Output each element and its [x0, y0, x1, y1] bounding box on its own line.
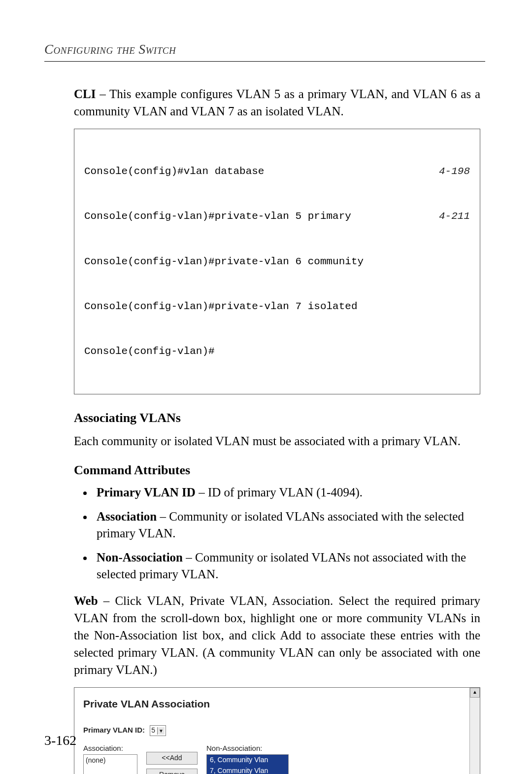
cli-line: Console(config-vlan)#private-vlan 5 prim…: [84, 209, 470, 224]
primary-vlan-value: 5: [151, 726, 155, 734]
list-item: Primary VLAN ID – ID of primary VLAN (1-…: [94, 484, 480, 501]
listbox-option-selected[interactable]: 6, Community Vlan: [207, 755, 288, 766]
non-association-label: Non-Association:: [206, 743, 289, 753]
cli-cmd: Console(config)#vlan database: [84, 164, 264, 179]
web-text: – Click VLAN, Private VLAN, Association.…: [74, 594, 480, 676]
web-label: Web: [74, 594, 98, 607]
header-rule: [44, 61, 485, 62]
list-item: Non-Association – Community or isolated …: [94, 549, 480, 583]
cli-page-ref: 4-198: [439, 164, 470, 179]
page-number: 3-162: [44, 733, 76, 748]
cli-cmd: Console(config-vlan)#private-vlan 5 prim…: [84, 209, 351, 224]
non-association-listbox[interactable]: 6, Community Vlan 7, Community Vlan: [206, 754, 289, 774]
remove-button[interactable]: Remove: [146, 769, 198, 774]
figure-frame: Private VLAN Association Primary VLAN ID…: [74, 687, 480, 774]
association-listbox-value: (none): [86, 756, 105, 764]
section-heading-attributes: Command Attributes: [74, 461, 480, 479]
association-listbox[interactable]: (none): [83, 754, 137, 774]
attr-name: Non-Association: [97, 551, 183, 564]
attr-desc: – ID of primary VLAN (1-4094).: [196, 486, 363, 499]
section-paragraph: Each community or isolated VLAN must be …: [74, 432, 480, 450]
cli-line: Console(config)#vlan database4-198: [84, 164, 470, 179]
cli-label: CLI: [74, 87, 96, 101]
cli-intro-text: – This example configures VLAN 5 as a pr…: [74, 87, 480, 118]
attribute-list: Primary VLAN ID – ID of primary VLAN (1-…: [74, 484, 480, 583]
cli-page-ref: 4-211: [439, 209, 470, 224]
add-button[interactable]: <<Add: [146, 752, 198, 765]
cli-cmd: Console(config-vlan)#private-vlan 7 isol…: [84, 299, 358, 314]
cli-line: Console(config-vlan)#private-vlan 7 isol…: [84, 299, 470, 314]
scrollbar[interactable]: ▲ ▼: [469, 688, 480, 774]
primary-vlan-select[interactable]: 5 ▼: [150, 725, 166, 736]
web-paragraph: Web – Click VLAN, Private VLAN, Associat…: [74, 592, 480, 678]
attr-name: Association: [97, 510, 157, 523]
listbox-option-selected[interactable]: 7, Community Vlan: [207, 766, 288, 774]
button-column: <<Add Remove: [146, 752, 198, 774]
cli-intro-paragraph: CLI – This example configures VLAN 5 as …: [74, 85, 480, 120]
cli-cmd: Console(config-vlan)#private-vlan 6 comm…: [84, 254, 364, 269]
main-content: CLI – This example configures VLAN 5 as …: [74, 85, 480, 774]
figure-inner: Private VLAN Association Primary VLAN ID…: [74, 688, 480, 774]
list-item: Association – Community or isolated VLAN…: [94, 508, 480, 542]
non-association-column: Non-Association: 6, Community Vlan 7, Co…: [206, 743, 289, 774]
association-label: Association:: [83, 743, 137, 753]
chevron-down-icon: ▼: [157, 727, 165, 735]
figure-title: Private VLAN Association: [83, 697, 471, 711]
cli-code-block: Console(config)#vlan database4-198 Conso…: [74, 129, 480, 394]
cli-line: Console(config-vlan)#private-vlan 6 comm…: [84, 254, 470, 269]
primary-vlan-label: Primary VLAN ID:: [83, 726, 145, 734]
chapter-header: Configuring the Switch: [44, 42, 485, 57]
cli-line: Console(config-vlan)#: [84, 344, 470, 359]
section-heading-associating: Associating VLANs: [74, 409, 480, 427]
page: Configuring the Switch CLI – This exampl…: [0, 0, 532, 774]
primary-vlan-row: Primary VLAN ID: 5 ▼: [83, 725, 471, 736]
cli-cmd: Console(config-vlan)#: [84, 344, 215, 359]
attr-name: Primary VLAN ID: [97, 486, 196, 499]
scroll-up-icon[interactable]: ▲: [470, 688, 480, 698]
association-row: Association: (none) <<Add Remove Non-Ass…: [83, 743, 471, 774]
association-column: Association: (none): [83, 743, 137, 774]
